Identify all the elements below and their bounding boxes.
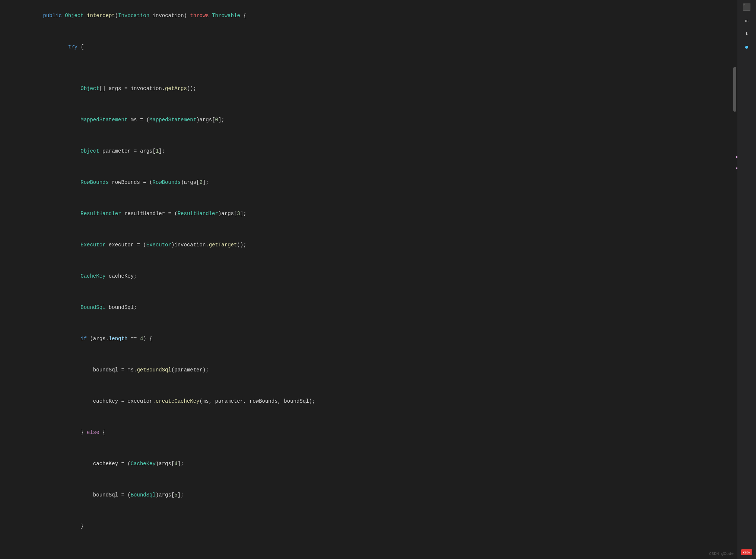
code-line (24, 542, 732, 552)
cast-mappedstatement: MappedStatement (149, 117, 196, 123)
method-getargs: getArgs (165, 86, 187, 92)
keyword-else1: else (87, 429, 99, 435)
method-intercept: intercept (87, 13, 115, 19)
cast-resulthandler: ResultHandler (178, 211, 218, 217)
code-line: try { (24, 31, 732, 63)
method-createcachekey: createCacheKey (156, 398, 200, 404)
cast-executor: Executor (146, 242, 171, 248)
type-rowbounds: RowBounds (80, 179, 109, 185)
code-line: BoundSql boundSql; (24, 292, 732, 323)
type-boundsql: BoundSql (80, 304, 105, 310)
type-throwable: Throwable (212, 13, 240, 19)
code-line: Executor executor = (Executor)invocation… (24, 229, 732, 261)
code-line: if (args.length == 4) { (24, 323, 732, 354)
scrollbar-marker-1 (736, 156, 737, 158)
code-line: cacheKey = (CacheKey)args[4]; (24, 448, 732, 479)
watermark: CSDN-@Code (709, 552, 734, 556)
code-line: Object parameter = args[1]; (24, 135, 732, 167)
keyword-throws: throws (190, 13, 209, 19)
code-line: Object[] args = invocation.getArgs(); (24, 73, 732, 104)
cast-cachekey2: CacheKey (131, 461, 156, 467)
scrollbar-thumb[interactable] (733, 67, 736, 112)
method-gettarget: getTarget (209, 242, 237, 248)
code-line: boundSql = (BoundSql)args[5]; (24, 479, 732, 511)
type-object2: Object (80, 86, 99, 92)
type-object: Object (65, 13, 83, 19)
num-2: 2 (200, 179, 203, 185)
keyword-try: try (68, 44, 77, 50)
type-mappedstatement: MappedStatement (80, 117, 127, 123)
m-label: m (741, 15, 752, 26)
num-0: 0 (215, 117, 218, 123)
code-line: ResultHandler resultHandler = (ResultHan… (24, 198, 732, 229)
code-line (24, 552, 732, 559)
type-executor: Executor (80, 242, 105, 248)
code-line: } else { (24, 417, 732, 448)
type-cachekey: CacheKey (80, 273, 105, 279)
code-line: cacheKey = executor.createCacheKey(ms, p… (24, 386, 732, 417)
info-icon[interactable]: ● (741, 42, 752, 52)
code-area[interactable]: public Object intercept(Invocation invoc… (20, 0, 732, 559)
code-line: boundSql = ms.getBoundSql(parameter); (24, 354, 732, 386)
scrollbar-marker-2 (736, 167, 737, 169)
type-resulthandler: ResultHandler (80, 211, 121, 217)
keyword-if1: if (80, 336, 87, 342)
code-line: public Object intercept(Invocation invoc… (24, 0, 732, 31)
code-line (24, 63, 732, 73)
right-sidebar: ⬛ m ⬇ ● CSDN (737, 0, 756, 559)
field-length: length (109, 336, 127, 342)
code-line: CacheKey cacheKey; (24, 261, 732, 292)
csdn-logo[interactable]: CSDN (741, 549, 752, 555)
num-5: 5 (174, 492, 177, 498)
editor-container: public Object intercept(Invocation invoc… (0, 0, 756, 559)
num-4b: 4 (174, 461, 177, 467)
code-line: MappedStatement ms = (MappedStatement)ar… (24, 104, 732, 135)
line-numbers (0, 0, 20, 559)
android-icon[interactable]: ⬛ (741, 2, 752, 12)
keyword-public: public (43, 13, 61, 19)
cast-boundsql2: BoundSql (131, 492, 156, 498)
type-invocation: Invocation (118, 13, 149, 19)
cast-rowbounds: RowBounds (153, 179, 181, 185)
method-getboundsql: getBoundSql (137, 367, 171, 373)
code-line: } (24, 511, 732, 542)
code-line: RowBounds rowBounds = (RowBounds)args[2]… (24, 167, 732, 198)
num-3: 3 (237, 211, 240, 217)
download-icon[interactable]: ⬇ (741, 29, 752, 39)
scrollbar[interactable] (732, 0, 737, 559)
type-object3: Object (80, 148, 99, 154)
